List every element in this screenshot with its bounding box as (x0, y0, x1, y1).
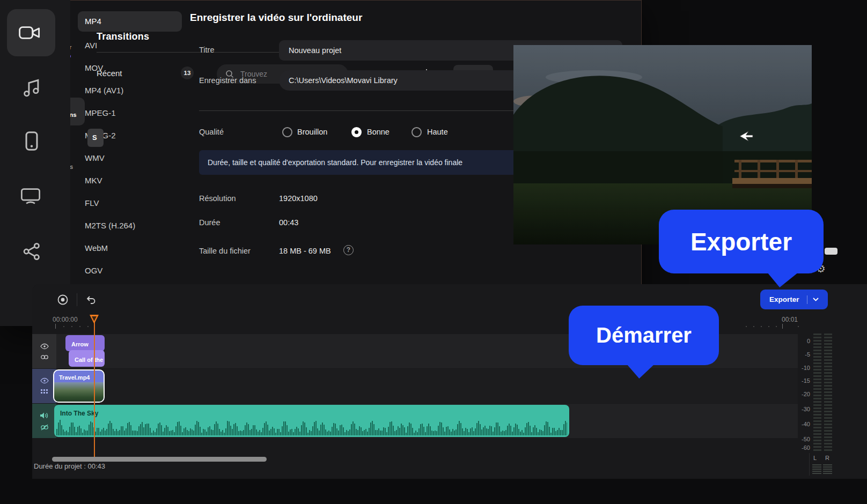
unlink-icon[interactable] (40, 424, 49, 431)
ruler-dot (87, 326, 89, 327)
link-icon[interactable] (40, 354, 49, 360)
duration-label: Durée (199, 218, 221, 227)
ruler-dot (71, 326, 72, 327)
toolbar-divider (77, 293, 77, 306)
meter-label: 0 (791, 338, 810, 344)
meter-right-channel (824, 333, 832, 453)
format-item[interactable]: M2TS (H.264) (85, 218, 135, 233)
ruler-dot (746, 326, 747, 327)
meter-label: -30 (791, 406, 810, 412)
title-field-label: Titre (199, 46, 214, 54)
format-item[interactable]: WebM (85, 241, 108, 256)
ruler-dot (768, 326, 769, 327)
channel-right-label: R (825, 455, 829, 461)
ruler-dot (776, 326, 777, 327)
export-button[interactable]: Exporter (760, 290, 828, 309)
ruler-dot (761, 326, 762, 327)
preview-control-handle[interactable] (825, 248, 837, 255)
transition-thumbnail-peek[interactable]: S (87, 129, 104, 147)
phone-icon[interactable] (25, 131, 39, 151)
filesize-label: Taille du fichier (199, 247, 251, 255)
radio-haute[interactable] (412, 127, 422, 137)
meter-label: -5 (791, 351, 810, 358)
radio-brouillon[interactable] (282, 127, 292, 137)
quality-label: Qualité (199, 128, 224, 136)
meter-label: -40 (791, 421, 810, 427)
music-note-icon[interactable] (23, 78, 41, 98)
panel-title: Transitions (97, 31, 149, 42)
meter-mini-block (823, 464, 832, 475)
channel-left-label: L (813, 455, 817, 461)
format-item[interactable]: MP4 (85, 14, 101, 29)
meter-label: -50 (791, 436, 810, 442)
resolution-value: 1920x1080 (279, 194, 318, 203)
ruler-tick (782, 324, 783, 329)
audio-track-header (32, 404, 56, 438)
format-item[interactable]: MKV (85, 173, 102, 188)
record-icon[interactable] (57, 294, 69, 306)
title-track-header (32, 334, 56, 368)
radio-label-brouillon[interactable]: Brouillon (297, 128, 327, 136)
ruler-tick (55, 324, 56, 329)
ruler-dot (63, 326, 64, 327)
clip-video-travel[interactable]: Travel.mp4 (53, 369, 105, 403)
dialog-title: Enregistrer la vidéo sur l'ordinateur (190, 12, 362, 24)
meter-label: -10 (791, 365, 810, 371)
meter-left-channel (813, 333, 821, 453)
format-item[interactable]: OGV (85, 263, 102, 278)
format-item[interactable]: MPEG-1 (85, 106, 116, 121)
chevron-down-icon[interactable] (813, 298, 819, 301)
radio-bonne-selected[interactable] (351, 127, 362, 137)
format-item[interactable]: FLV (85, 196, 99, 211)
tv-monitor-icon[interactable] (20, 188, 41, 205)
ruler-dot (798, 326, 799, 327)
timecode-mid: 00:01 (778, 316, 802, 323)
format-item[interactable]: MOV (85, 61, 103, 76)
eye-icon[interactable] (40, 377, 49, 384)
format-item[interactable]: MP4 (AV1) (85, 83, 123, 98)
app-window: Importer Audio T Texte Transitions Effet… (0, 0, 867, 504)
project-duration-status: Durée du projet : 00:43 (34, 462, 105, 470)
format-item[interactable]: AVI (85, 38, 97, 53)
duration-value: 00:43 (279, 218, 298, 227)
clip-audio-into-the-sky[interactable]: Into The Sky (54, 405, 569, 437)
save-path-label: Enregistrer dans (199, 76, 256, 85)
undo-icon[interactable] (85, 295, 97, 305)
clip-title-call[interactable]: Call of the (69, 350, 105, 367)
clip-thumbnail (54, 382, 104, 403)
radio-label-haute[interactable]: Haute (427, 128, 448, 136)
share-icon[interactable] (23, 242, 41, 261)
format-item[interactable]: WMV (85, 151, 105, 166)
ruler-dot (79, 326, 80, 327)
exporter-tooltip-callout: Exporter (659, 210, 824, 273)
help-icon[interactable]: ? (343, 245, 354, 255)
demarrer-tooltip-callout: Démarrer (569, 306, 719, 365)
count-badge: 13 (181, 66, 194, 79)
track-row-video (56, 369, 798, 403)
mouse-cursor (739, 131, 753, 143)
meter-label: -15 (791, 377, 810, 384)
video-camera-icon[interactable] (18, 24, 41, 41)
meter-label: -20 (791, 391, 810, 397)
eye-icon[interactable] (40, 343, 49, 350)
button-divider (807, 295, 807, 304)
audio-waveform (56, 417, 567, 435)
save-path-value: C:\Users\Videos\Movavi Library (289, 76, 398, 85)
clip-title-arrow[interactable]: Arrow (65, 335, 105, 351)
filesize-value: 18 MB - 69 MB (279, 247, 331, 255)
meter-label: -60 (791, 444, 810, 451)
horizontal-scrollbar[interactable] (52, 457, 267, 462)
properties-grid-icon[interactable] (40, 389, 49, 395)
radio-label-bonne[interactable]: Bonne (367, 128, 390, 136)
playhead-line[interactable] (94, 315, 95, 457)
ruler-dot (753, 326, 754, 327)
meter-divider (809, 453, 810, 476)
resolution-label: Résolution (199, 194, 236, 203)
meter-mini-block (812, 464, 821, 475)
speaker-icon[interactable] (40, 412, 49, 419)
timecode-start: 00:00:00 (53, 316, 78, 323)
